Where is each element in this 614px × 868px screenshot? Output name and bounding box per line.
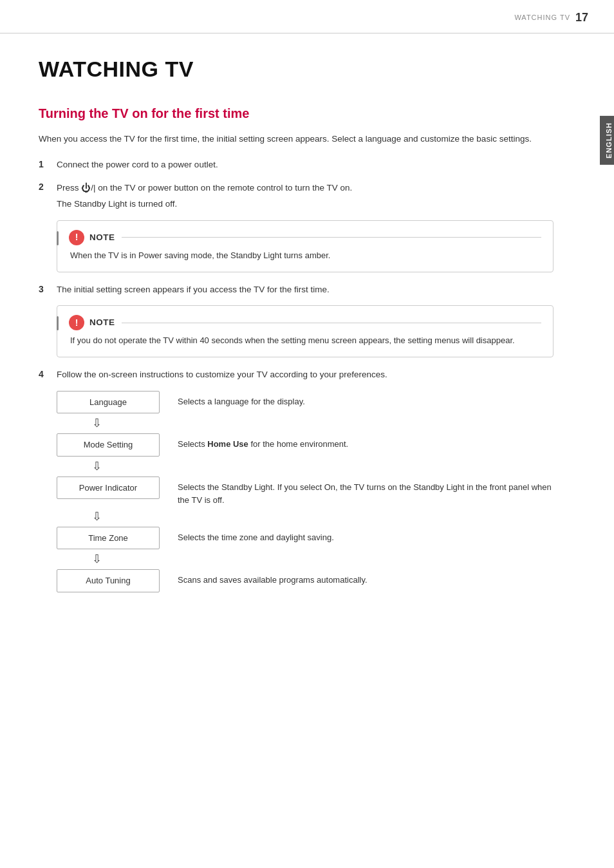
note-header-2: ! NOTE <box>69 315 541 330</box>
settings-desc-power: Selects the Standby Light. If you select… <box>178 476 554 507</box>
settings-box-mode: Mode Setting <box>57 433 160 457</box>
step-1-content: Connect the power cord to a power outlet… <box>57 158 554 172</box>
arrow-language: ⇩ <box>57 415 554 432</box>
settings-desc-timezone: Selects the time zone and daylight savin… <box>178 527 554 544</box>
settings-box-language: Language <box>57 391 160 414</box>
arrow-power: ⇩ <box>57 508 554 525</box>
step-3-num: 3 <box>39 283 57 296</box>
step-1-num: 1 <box>39 158 57 171</box>
page-number: 17 <box>575 9 588 26</box>
section-label: WATCHING TV <box>514 12 570 23</box>
note-text-2: If you do not operate the TV within 40 s… <box>69 334 541 348</box>
settings-table: Language Selects a language for the disp… <box>57 391 554 592</box>
settings-desc-language: Selects a language for the display. <box>178 391 554 408</box>
step-3-content: The initial setting screen appears if yo… <box>57 283 554 297</box>
note-box-1: ! NOTE When the TV is in Power saving mo… <box>57 220 554 272</box>
settings-box-timezone: Time Zone <box>57 527 160 550</box>
note-line-2 <box>122 323 541 323</box>
settings-row-mode: Mode Setting Selects Home Use for the ho… <box>57 433 554 457</box>
step-4-num: 4 <box>39 368 57 381</box>
page-header: WATCHING TV 17 <box>0 0 614 33</box>
step-2-num: 2 <box>39 180 57 194</box>
note-label-1: NOTE <box>89 231 115 244</box>
note-icon-1: ! <box>69 230 84 245</box>
note-header-1: ! NOTE <box>69 230 541 245</box>
arrow-timezone: ⇩ <box>57 551 554 568</box>
note-text-1: When the TV is in Power saving mode, the… <box>69 249 541 263</box>
settings-row-power: Power Indicator Selects the Standby Ligh… <box>57 476 554 507</box>
settings-row-timezone: Time Zone Selects the time zone and dayl… <box>57 527 554 550</box>
note-icon-2: ! <box>69 315 84 330</box>
note-label-2: NOTE <box>89 316 115 329</box>
note-box-2: ! NOTE If you do not operate the TV with… <box>57 305 554 357</box>
section-title: Turning the TV on for the first time <box>39 104 554 123</box>
step-3: 3 The initial setting screen appears if … <box>39 283 554 297</box>
note-line-1 <box>122 237 541 238</box>
arrow-down-icon-timezone: ⇩ <box>92 551 102 568</box>
step-2-text: Press ⏻/| on the TV or power button on t… <box>57 183 352 193</box>
step-4: 4 Follow the on-screen instructions to c… <box>39 368 554 382</box>
settings-desc-autotuning: Scans and saves available programs autom… <box>178 569 554 587</box>
main-content: WATCHING TV Turning the TV on for the fi… <box>0 33 592 618</box>
arrow-down-icon-power: ⇩ <box>92 508 102 525</box>
step-1: 1 Connect the power cord to a power outl… <box>39 158 554 172</box>
settings-row-language: Language Selects a language for the disp… <box>57 391 554 414</box>
arrow-mode: ⇩ <box>57 458 554 475</box>
language-tab: ENGLISH <box>600 116 614 165</box>
settings-desc-mode: Selects Home Use for the home environmen… <box>178 433 554 451</box>
step-4-content: Follow the on-screen instructions to cus… <box>57 368 554 382</box>
arrow-down-icon-mode: ⇩ <box>92 458 102 475</box>
arrow-down-icon-language: ⇩ <box>92 415 102 432</box>
step-2-sub: The Standby Light is turned off. <box>57 197 554 211</box>
step-2-content: Press ⏻/| on the TV or power button on t… <box>57 180 554 211</box>
settings-box-power: Power Indicator <box>57 476 160 500</box>
intro-text: When you access the TV for the first tim… <box>39 132 554 146</box>
step-2: 2 Press ⏻/| on the TV or power button on… <box>39 180 554 211</box>
settings-row-autotuning: Auto Tuning Scans and saves available pr… <box>57 569 554 592</box>
main-title: WATCHING TV <box>39 53 554 86</box>
settings-box-autotuning: Auto Tuning <box>57 569 160 592</box>
